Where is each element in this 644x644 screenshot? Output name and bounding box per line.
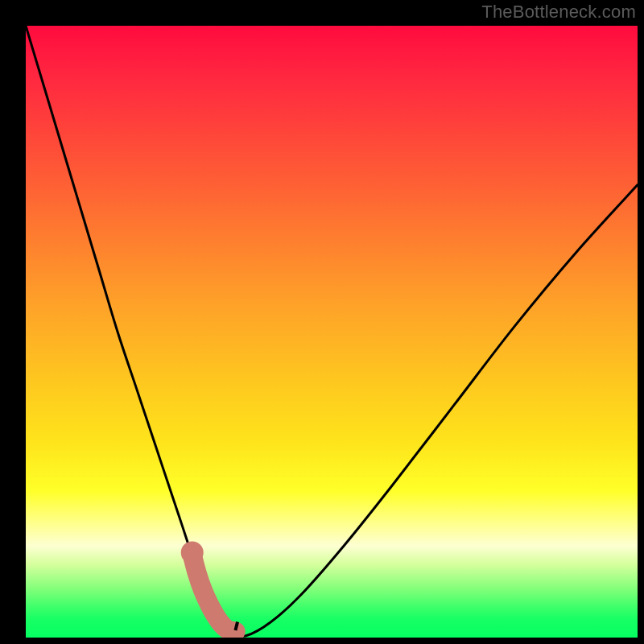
marker-stroke (192, 555, 236, 631)
chart-frame: TheBottleneck.com (0, 0, 644, 644)
bottleneck-curve-path (26, 26, 638, 636)
highlight-markers (181, 541, 239, 631)
marker-dot-left (181, 541, 204, 564)
plot-area (26, 26, 638, 638)
watermark-text: TheBottleneck.com (481, 2, 636, 23)
bottleneck-curve (26, 26, 638, 636)
curve-svg (26, 26, 638, 638)
